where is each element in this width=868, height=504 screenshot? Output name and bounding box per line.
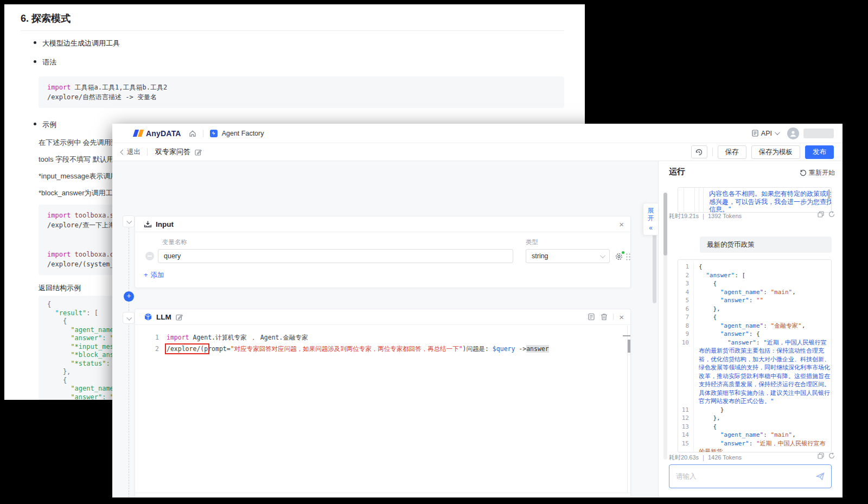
api-doc-icon bbox=[752, 130, 758, 137]
toolbar-divider bbox=[712, 148, 713, 156]
exit-label: 退出 bbox=[127, 148, 141, 157]
restart-button[interactable]: 重新开始 bbox=[800, 168, 835, 177]
anydata-logo-text: AnyDATA bbox=[146, 129, 181, 138]
edit-llm-icon[interactable] bbox=[176, 314, 183, 321]
json-answer-block: 1{2 "answer": [3 {4 "agent_name": "main"… bbox=[678, 259, 832, 452]
expand-label: 展 bbox=[648, 207, 654, 214]
api-dropdown[interactable]: API bbox=[752, 130, 778, 137]
input-node-title: Input bbox=[156, 220, 174, 228]
screenshot-root: 6. 探索模式 大模型边生成边调用工具 语法 import 工具箱a.工具1,工… bbox=[0, 0, 868, 504]
type-label: 类型 bbox=[526, 238, 538, 246]
doc-bullet-1: 大模型边生成边调用工具 bbox=[34, 39, 564, 48]
restart-label: 重新开始 bbox=[809, 168, 835, 177]
status-dot bbox=[622, 251, 624, 254]
llm-prompt-editor[interactable]: 1import Agent.计算机专家 ， Agent.金融专家2/explor… bbox=[135, 326, 630, 493]
chat-input-box bbox=[669, 464, 832, 488]
publish-button[interactable]: 发布 bbox=[805, 145, 834, 159]
expand-label: 开 bbox=[648, 214, 654, 222]
variable-name-label: 变量名称 bbox=[162, 238, 187, 246]
input-node-card: Input × 变量名称 类型 string +添加 bbox=[135, 216, 631, 288]
close-llm-node-icon[interactable]: × bbox=[619, 313, 624, 321]
history-button[interactable] bbox=[691, 145, 707, 158]
input-download-icon bbox=[144, 220, 152, 228]
editor-scrollbar-thumb[interactable] bbox=[628, 340, 630, 353]
json-answer-lines: 1{2 "answer": [3 {4 "agent_name": "main"… bbox=[678, 263, 831, 452]
collapse-llm-node-button[interactable] bbox=[123, 312, 135, 324]
user-query-bubble[interactable]: 最新的货币政策 bbox=[700, 237, 832, 253]
close-input-node-icon[interactable]: × bbox=[619, 220, 624, 228]
chevron-down-icon bbox=[775, 130, 780, 135]
llm-code-lines: 1import Agent.计算机专家 ， Agent.金融专家2/explor… bbox=[135, 332, 612, 355]
chevron-left-icon bbox=[120, 149, 126, 155]
expand-panel-tab[interactable]: 展 开 « bbox=[643, 203, 658, 235]
refresh-icon[interactable] bbox=[828, 211, 835, 218]
app-top-bar: AnyDATA Agent Factory API bbox=[112, 124, 843, 143]
collapse-arrows-icon: « bbox=[649, 224, 653, 232]
run-meta-1: 耗时19.21s ｜ 1392 Tokens bbox=[669, 212, 742, 220]
llm-node-card: LLM × 1i bbox=[135, 309, 631, 497]
flow-canvas: + Input × 变量名称 类型 string bbox=[112, 161, 658, 497]
editor-scrollbar[interactable] bbox=[623, 335, 630, 336]
variable-type-value: string bbox=[532, 252, 548, 260]
header-divider bbox=[203, 130, 203, 137]
add-node-button[interactable]: + bbox=[124, 291, 134, 302]
run-panel: 运行 重新开始 内容也各不相同。如果您有特定的政策或时间点感兴趣，可以告诉我，我… bbox=[658, 161, 843, 497]
remove-variable-button[interactable] bbox=[145, 252, 154, 260]
home-icon[interactable] bbox=[189, 130, 196, 137]
llm-prompt-doc-icon[interactable] bbox=[588, 313, 595, 321]
header-divider bbox=[613, 314, 614, 320]
send-icon[interactable] bbox=[816, 472, 825, 481]
collapse-input-node-button[interactable] bbox=[123, 215, 135, 227]
run-panel-title: 运行 bbox=[669, 167, 685, 177]
api-label: API bbox=[761, 130, 772, 137]
doc-bullet-2: 语法 bbox=[34, 58, 564, 67]
rename-flow-icon[interactable] bbox=[195, 149, 202, 156]
doc-code-syntax: import 工具箱a.工具1,工具箱b.工具2/explore/自然语言描述 … bbox=[39, 76, 564, 108]
copy-icon[interactable] bbox=[818, 452, 824, 459]
input-node-header: Input × bbox=[135, 216, 630, 232]
node-connector-line bbox=[129, 220, 129, 497]
agent-factory-icon bbox=[210, 130, 218, 137]
run-meta-2: 耗时20.63s ｜ 1426 Tokens bbox=[669, 454, 742, 462]
panel-scrollbar-thumb[interactable] bbox=[663, 193, 667, 256]
anydata-logo-icon bbox=[134, 130, 143, 137]
previous-answer-text: 内容也各不相同。如果您有特定的政策或时间点感兴趣，可以告诉我，我会进一步为您查找… bbox=[709, 190, 832, 213]
llm-node-header: LLM × bbox=[135, 309, 630, 325]
variable-type-select[interactable]: string bbox=[526, 249, 610, 263]
username-placeholder bbox=[803, 129, 834, 138]
flow-name: 双专家问答 bbox=[155, 147, 190, 157]
variable-name-input[interactable] bbox=[158, 249, 513, 263]
llm-output-section: Output 变量名称 bbox=[135, 493, 630, 497]
doc-title: 6. 探索模式 bbox=[21, 12, 564, 31]
agent-factory-label[interactable]: Agent Factory bbox=[222, 130, 264, 137]
avatar[interactable] bbox=[787, 127, 799, 139]
anydata-window: AnyDATA Agent Factory API bbox=[112, 124, 843, 497]
chevron-down-icon bbox=[600, 253, 605, 258]
save-button[interactable]: 保存 bbox=[718, 145, 746, 159]
drag-handle[interactable] bbox=[626, 253, 631, 260]
restart-icon bbox=[800, 169, 807, 176]
chat-input[interactable] bbox=[676, 473, 816, 480]
toolbar-divider bbox=[147, 148, 148, 156]
refresh-icon[interactable] bbox=[828, 452, 835, 459]
user-query-text: 最新的货币政策 bbox=[707, 240, 755, 250]
previous-answer-block: 内容也各不相同。如果您有特定的政策或时间点感兴趣，可以告诉我，我会进一步为您查找… bbox=[678, 187, 832, 213]
block-scrollbar-thumb[interactable] bbox=[828, 189, 830, 199]
llm-node-title: LLM bbox=[156, 313, 171, 321]
exit-button[interactable]: 退出 bbox=[121, 148, 141, 157]
flow-toolbar: 退出 双专家问答 保存 保存为模板 发布 bbox=[112, 143, 843, 161]
add-variable-button[interactable]: +添加 bbox=[144, 271, 164, 280]
delete-llm-node-icon[interactable] bbox=[601, 313, 608, 321]
variable-settings-gear-icon[interactable] bbox=[615, 252, 623, 261]
llm-cube-icon bbox=[144, 312, 152, 321]
save-as-template-button[interactable]: 保存为模板 bbox=[751, 145, 801, 159]
copy-icon[interactable] bbox=[818, 211, 824, 218]
